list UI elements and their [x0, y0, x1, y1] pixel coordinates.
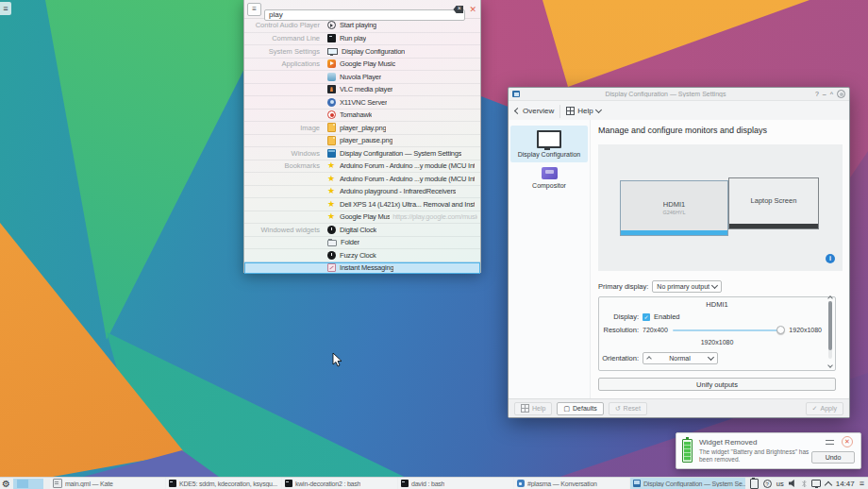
krunner-result-row[interactable]: Arduino Forum - Arduino ...y module (MCU… [244, 172, 480, 185]
bluetooth-icon[interactable] [802, 480, 807, 488]
window-body: Display Configuration Compositor Manage … [509, 120, 849, 398]
result-label: Display Configuration [342, 47, 405, 56]
taskbar-task[interactable]: kwin-decoration2 : bash [282, 478, 397, 489]
app-launcher-icon[interactable]: ⚙ [2, 479, 10, 489]
search-input[interactable] [264, 9, 465, 21]
krunner-result-row[interactable]: Folder [244, 236, 480, 249]
monitor-hdmi1[interactable]: HDMI1 G246HYL [620, 180, 728, 236]
result-label: VLC media player [340, 85, 392, 93]
display-tray-icon[interactable] [811, 480, 821, 487]
krunner-result-row[interactable]: Arduino playground - InfraredReceivers [244, 185, 480, 198]
krunner-result-row[interactable]: Command Line Run play [244, 32, 480, 45]
taskbar-task[interactable]: #plasma — Konversation [514, 478, 629, 489]
help-icon [521, 404, 529, 413]
help-footer-button[interactable]: Help [514, 402, 552, 415]
configure-icon[interactable] [826, 439, 834, 446]
volume-icon[interactable] [789, 480, 797, 488]
krunner-result-row[interactable]: Bookmarks Arduino Forum - Arduino ...y m… [244, 160, 480, 173]
krunner-result-row[interactable]: Fuzzy Clock [244, 248, 480, 261]
krunner-result-row[interactable]: Tomahawk [244, 109, 480, 122]
reset-button[interactable]: ↺ Reset [609, 402, 647, 415]
konversation-icon [517, 480, 525, 487]
context-help-button[interactable]: ? [815, 90, 819, 99]
result-category-label: Applications [244, 59, 327, 68]
result-label: Arduino Forum - Arduino ...y module (MCU… [340, 161, 475, 170]
resolution-label: Resolution: [599, 326, 639, 334]
result-label: Folder [341, 238, 359, 246]
scrollbar-thumb[interactable] [828, 301, 832, 350]
expand-tray-icon[interactable] [824, 481, 831, 488]
krunner-result-row[interactable]: Dell XPS 14 (L421x) Ultra... Removal and… [244, 197, 480, 211]
enabled-checkbox[interactable]: ✓ [643, 313, 650, 321]
display-label: Display: [599, 312, 639, 321]
result-label: Nuvola Player [340, 73, 381, 81]
primary-display-value: No primary output [657, 283, 709, 290]
keyboard-layout-indicator[interactable]: us [776, 480, 784, 488]
krunner-result-row[interactable]: Google Play Music https://play.google.co… [244, 211, 480, 224]
result-label: Start playing [340, 21, 376, 29]
krunner-result-row[interactable]: Control Audio Player Start playing [244, 19, 480, 32]
titlebar[interactable]: Display Configuration — System Settings … [509, 88, 849, 101]
close-notification-icon[interactable]: ✕ [842, 436, 853, 447]
taskbar-task[interactable]: main.qml — Kate [50, 478, 165, 489]
krunner-result-row[interactable]: Windowed widgets Digital Clock [244, 223, 480, 236]
defaults-button[interactable]: ▢ Defaults [557, 402, 603, 415]
scrollbar[interactable] [828, 301, 832, 359]
task-list: main.qml — Kate KDE5: sddm, kdecoration,… [50, 478, 745, 489]
orientation-select[interactable]: Normal [643, 352, 718, 364]
krunner-result-row[interactable]: X11VNC Server [244, 95, 480, 109]
primary-display-select[interactable]: No primary output [652, 280, 722, 293]
virtual-desktop-pager[interactable] [13, 479, 43, 489]
krunner-config-button[interactable]: ≡ [247, 3, 261, 16]
taskbar-task[interactable]: david : bash [398, 478, 513, 489]
taskbar-task[interactable]: KDE5: sddm, kdecoration, ksysgu... [166, 478, 281, 489]
apply-button[interactable]: ✓ Apply [806, 402, 843, 415]
panel-menu-icon[interactable]: ≡ [860, 479, 864, 489]
tomahawk-icon [327, 110, 336, 119]
result-label: X11VNC Server [340, 98, 387, 107]
info-icon[interactable]: i [826, 254, 835, 263]
window-title: Display Configuration — System Settings [520, 91, 811, 97]
apply-check-icon: ✓ [812, 405, 818, 413]
krunner-result-row[interactable]: VLC media player [244, 83, 480, 96]
monitor-name: HDMI1 [621, 200, 727, 209]
desktop-toolbox-icon[interactable]: ≡ [0, 2, 11, 15]
overview-button[interactable]: Overview [515, 107, 554, 115]
krunner-result-row[interactable]: player_pause.png [244, 134, 480, 147]
status-circle-icon[interactable]: ? [763, 480, 772, 488]
unify-outputs-button[interactable]: Unify outputs [598, 378, 836, 391]
sidebar-item-display-configuration[interactable]: Display Configuration [510, 126, 588, 162]
krunner-input-wrap [264, 4, 465, 15]
active-desktop-cell[interactable] [17, 480, 28, 488]
chevron-left-icon [514, 108, 521, 114]
scroll-down-icon[interactable] [827, 363, 833, 368]
slider-handle[interactable] [776, 326, 785, 334]
krunner-result-row[interactable]: Image player_play.png [244, 121, 480, 134]
orientation-value: Normal [669, 355, 691, 362]
clipboard-icon[interactable] [750, 479, 759, 489]
help-button[interactable]: Help [566, 107, 600, 115]
krunner-result-row[interactable]: System Settings Display Configuration [244, 44, 480, 58]
taskbar-task[interactable]: Display Configuration — System Se... [630, 478, 745, 489]
result-category-label: Control Audio Player [244, 21, 327, 29]
compositor-icon [542, 167, 558, 179]
krunner-result-row[interactable]: Windows Display Configuration — System S… [244, 146, 480, 160]
taskbar: ⚙ main.qml — Kate KDE5: sddm, kdecoratio… [0, 477, 868, 489]
resolution-slider[interactable] [673, 326, 784, 334]
im-icon [327, 263, 336, 272]
krunner-result-row[interactable]: Applications Google Play Music [244, 58, 480, 71]
clock[interactable]: 14:47 [836, 480, 855, 488]
undo-button[interactable]: Undo [811, 451, 855, 464]
slider-track[interactable] [673, 329, 784, 331]
sidebar-item-compositor[interactable]: Compositor [510, 162, 588, 194]
close-icon[interactable]: ✕ [469, 4, 476, 15]
krunner-result-row[interactable]: Instant Messaging [244, 261, 480, 275]
output-settings-panel: HDMI1 Display: ✓ Enabled Resolution: 720… [598, 296, 836, 371]
minimize-button[interactable]: – [823, 90, 826, 99]
close-window-button[interactable] [837, 90, 845, 98]
result-label: player_pause.png [340, 136, 392, 144]
monitor-laptop[interactable]: Laptop Screen [728, 177, 819, 229]
krunner-result-row[interactable]: Nuvola Player [244, 70, 480, 83]
monitor-panel-bar [729, 224, 818, 228]
maximize-button[interactable]: ^ [830, 90, 833, 99]
